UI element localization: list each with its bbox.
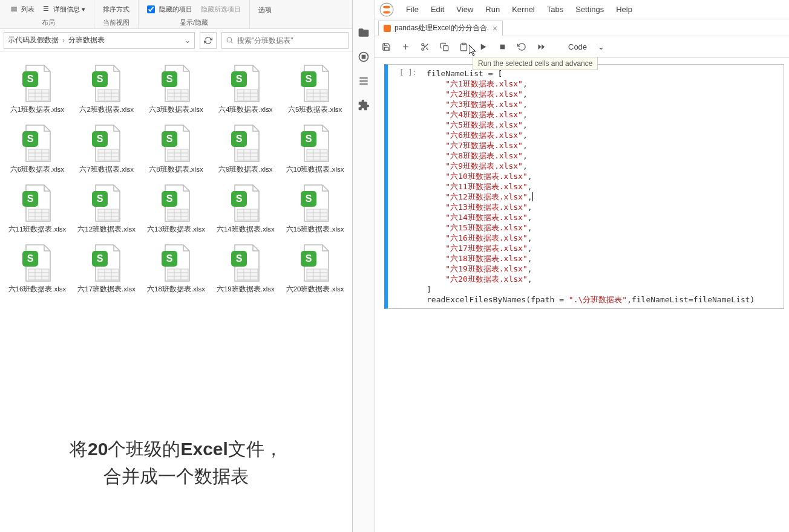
- paste-button[interactable]: [458, 42, 469, 53]
- jupyter-main: FileEditViewRunKernelTabsSettingsHelp pa…: [375, 0, 789, 532]
- refresh-button[interactable]: [200, 32, 217, 49]
- xlsx-icon: S: [224, 183, 267, 225]
- ribbon-group-show: 隐藏的项目 隐藏所选项目 显示/隐藏: [139, 0, 250, 28]
- svg-marker-162: [542, 44, 545, 50]
- breadcrumb[interactable]: 示代码及假数据 › 分班数据表 ⌄: [4, 32, 195, 49]
- toc-icon[interactable]: [358, 75, 370, 87]
- save-button[interactable]: [381, 42, 391, 53]
- options-button[interactable]: 选项: [256, 4, 274, 16]
- code-editor[interactable]: fileNameList = [ "六1班数据表.xlsx", "六2班数据表.…: [422, 65, 784, 308]
- hidden-items-checkbox[interactable]: 隐藏的项目: [145, 4, 195, 15]
- svg-text:S: S: [97, 134, 103, 144]
- svg-text:S: S: [235, 253, 242, 264]
- svg-rect-32: [307, 89, 327, 100]
- menu-kernel[interactable]: Kernel: [506, 2, 541, 16]
- xlsx-icon: S: [154, 123, 198, 165]
- close-icon[interactable]: ×: [493, 24, 497, 33]
- sort-button[interactable]: 排序方式: [100, 4, 132, 15]
- menu-run[interactable]: Run: [479, 2, 506, 16]
- copy-button[interactable]: [439, 42, 450, 53]
- svg-marker-161: [538, 44, 541, 50]
- jupyter-sidebar: [353, 0, 375, 532]
- xlsx-icon: S: [293, 63, 337, 105]
- search-input[interactable]: [237, 36, 344, 45]
- file-item[interactable]: S 六17班数据表.xlsx: [73, 240, 140, 296]
- file-item[interactable]: S 六1班数据表.xlsx: [4, 60, 71, 117]
- group-show-label: 显示/隐藏: [180, 18, 208, 28]
- svg-point-153: [421, 48, 424, 50]
- svg-text:S: S: [305, 193, 312, 204]
- notebook-tab[interactable]: pandas处理Excel的分分合合. ×: [378, 21, 503, 36]
- svg-text:S: S: [97, 253, 103, 264]
- file-item[interactable]: S 六5班数据表.xlsx: [281, 60, 349, 117]
- menu-view[interactable]: View: [450, 2, 479, 16]
- hidden-label: 隐藏的项目: [159, 5, 192, 14]
- file-item[interactable]: S 六15班数据表.xlsx: [281, 180, 349, 236]
- xlsx-icon: S: [85, 183, 128, 225]
- file-item[interactable]: S 六12班数据表.xlsx: [73, 180, 140, 236]
- svg-rect-81: [98, 209, 119, 220]
- menu-edit[interactable]: Edit: [425, 2, 450, 16]
- file-item[interactable]: S 六18班数据表.xlsx: [143, 240, 210, 296]
- file-item[interactable]: S 六11班数据表.xlsx: [4, 180, 71, 236]
- list-view-button[interactable]: ▤列表: [8, 4, 37, 15]
- xlsx-icon: S: [293, 183, 337, 225]
- file-item[interactable]: S 六14班数据表.xlsx: [212, 180, 279, 236]
- menu-file[interactable]: File: [400, 2, 425, 16]
- insert-cell-button[interactable]: [400, 42, 411, 53]
- xlsx-icon: S: [15, 183, 59, 225]
- xlsx-icon: S: [15, 63, 59, 105]
- file-item[interactable]: S 六9班数据表.xlsx: [212, 120, 279, 177]
- xlsx-icon: S: [85, 242, 128, 285]
- file-item[interactable]: S 六3班数据表.xlsx: [143, 60, 210, 117]
- file-label: 六16班数据表.xlsx: [8, 285, 67, 294]
- svg-rect-158: [462, 43, 465, 45]
- svg-line-1: [231, 42, 232, 43]
- hide-selected-button[interactable]: 隐藏所选项目: [198, 4, 243, 15]
- chevron-down-icon[interactable]: ⌄: [185, 36, 191, 45]
- notebook-area: [ ]: fileNameList = [ "六1班数据表.xlsx", "六2…: [375, 58, 789, 532]
- celltype-select[interactable]: Code⌄: [568, 42, 604, 51]
- file-item[interactable]: S 六8班数据表.xlsx: [143, 120, 210, 177]
- file-item[interactable]: S 六20班数据表.xlsx: [281, 240, 349, 296]
- list-label: 列表: [21, 5, 34, 14]
- file-item[interactable]: S 六4班数据表.xlsx: [212, 60, 279, 117]
- breadcrumb-part2[interactable]: 分班数据表: [68, 35, 105, 45]
- svg-point-147: [380, 3, 393, 16]
- interrupt-button[interactable]: [497, 42, 508, 53]
- svg-point-149: [383, 11, 390, 13]
- code-cell[interactable]: [ ]: fileNameList = [ "六1班数据表.xlsx", "六2…: [384, 64, 784, 309]
- sort-label: 排序方式: [103, 5, 129, 14]
- svg-text:S: S: [166, 253, 173, 264]
- svg-text:S: S: [305, 134, 312, 144]
- folder-icon[interactable]: [358, 27, 370, 39]
- xlsx-icon: S: [15, 242, 59, 285]
- file-item[interactable]: S 六16班数据表.xlsx: [4, 240, 71, 296]
- file-label: 六15班数据表.xlsx: [286, 225, 344, 234]
- hide-label: 隐藏所选项目: [201, 5, 241, 14]
- file-item[interactable]: S 六6班数据表.xlsx: [4, 120, 71, 177]
- running-icon[interactable]: [358, 51, 370, 63]
- menu-tabs[interactable]: Tabs: [541, 2, 569, 16]
- menu-help[interactable]: Help: [610, 2, 638, 16]
- cut-button[interactable]: [419, 42, 430, 53]
- extensions-icon[interactable]: [358, 99, 370, 111]
- file-item[interactable]: S 六10班数据表.xlsx: [281, 120, 349, 177]
- xlsx-icon: S: [154, 242, 198, 285]
- file-item[interactable]: S 六13班数据表.xlsx: [143, 180, 210, 236]
- search-box[interactable]: [221, 32, 349, 49]
- file-item[interactable]: S 六19班数据表.xlsx: [212, 240, 279, 296]
- svg-text:S: S: [27, 253, 34, 264]
- svg-text:S: S: [235, 134, 242, 144]
- svg-rect-53: [168, 149, 188, 160]
- file-item[interactable]: S 六2班数据表.xlsx: [73, 60, 140, 117]
- breadcrumb-part1[interactable]: 示代码及假数据: [8, 35, 59, 45]
- file-item[interactable]: S 六7班数据表.xlsx: [73, 120, 140, 177]
- restart-button[interactable]: [516, 42, 527, 53]
- run-button[interactable]: [477, 42, 488, 53]
- search-icon: [226, 36, 234, 44]
- menu-settings[interactable]: Settings: [569, 2, 610, 16]
- details-view-button[interactable]: ☰详细信息 ▾: [41, 4, 88, 15]
- file-label: 六11班数据表.xlsx: [8, 225, 67, 234]
- restart-run-all-button[interactable]: [535, 42, 546, 53]
